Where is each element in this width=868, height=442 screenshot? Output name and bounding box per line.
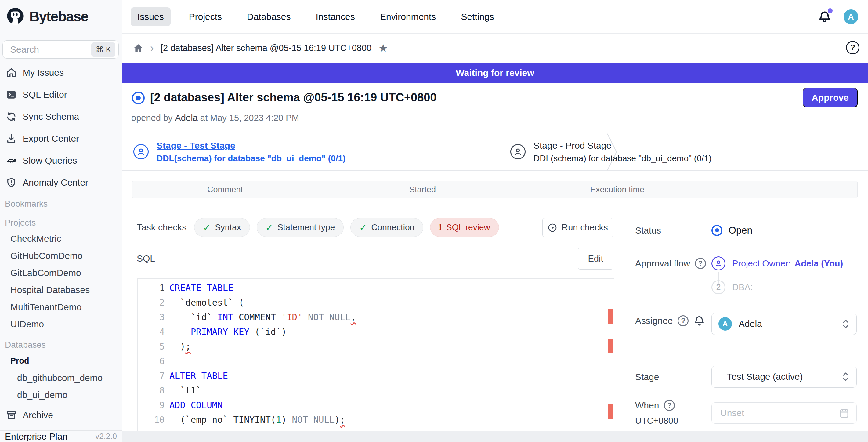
approval-flow-label-row: Approval flow ? bbox=[635, 258, 706, 269]
sidebar-project-multitenantdemo[interactable]: MultiTenantDemo bbox=[0, 298, 122, 316]
approval-help-icon[interactable]: ? bbox=[695, 258, 706, 269]
when-label-row: When ? bbox=[635, 400, 675, 411]
user-avatar[interactable]: A bbox=[844, 9, 858, 24]
issue-title: [2 databases] Alter schema @05-15 16:19 … bbox=[150, 91, 437, 104]
error-ruler-mark bbox=[608, 309, 613, 323]
tab-instances[interactable]: Instances bbox=[309, 7, 362, 26]
issue-author[interactable]: Adela bbox=[175, 113, 198, 123]
edit-sql-button[interactable]: Edit bbox=[578, 248, 614, 270]
sidebar-project-githubcomdemo[interactable]: GitHubComDemo bbox=[0, 247, 122, 264]
tab-databases[interactable]: Databases bbox=[240, 7, 297, 26]
select-stepper-icon bbox=[842, 319, 850, 329]
sidebar-item-slow-queries[interactable]: Slow Queries bbox=[0, 150, 122, 171]
stage-prod-stage[interactable]: Stage - Prod Stage DDL(schema) for datab… bbox=[510, 133, 711, 170]
sidebar-project-gitlabcomdemo[interactable]: GitLabComDemo bbox=[0, 264, 122, 281]
sidebar-item-anomaly-center[interactable]: Anomaly Center bbox=[0, 171, 122, 193]
assignee-label-row: Assignee ? bbox=[635, 315, 705, 327]
sidebar-footer: Enterprise Plan v2.2.0 bbox=[0, 431, 122, 442]
tab-issues[interactable]: Issues bbox=[131, 7, 170, 26]
when-label: When bbox=[635, 400, 659, 411]
approval-flow-label: Approval flow bbox=[635, 258, 690, 269]
tab-projects[interactable]: Projects bbox=[182, 7, 228, 26]
brand-name: Bytebase bbox=[29, 8, 88, 25]
check-pass-icon: ✓ bbox=[359, 222, 367, 233]
tab-settings[interactable]: Settings bbox=[454, 7, 500, 26]
bookmark-star-icon[interactable]: ★ bbox=[378, 42, 388, 55]
sidebar-item-sync-schema[interactable]: Sync Schema bbox=[0, 106, 122, 128]
code-line: 9ADD COLUMN bbox=[138, 398, 614, 412]
check-syntax[interactable]: ✓ Syntax bbox=[194, 218, 250, 237]
code-line: 8 `t1` bbox=[138, 383, 614, 398]
breadcrumb-home-icon[interactable] bbox=[133, 43, 144, 54]
content-bottom-strip bbox=[122, 431, 868, 442]
notifications-bell-icon[interactable] bbox=[818, 10, 831, 24]
approve-button[interactable]: Approve bbox=[803, 88, 858, 107]
assignee-notify-bell-icon[interactable] bbox=[693, 315, 705, 327]
at-word: at bbox=[200, 113, 208, 123]
bytebase-app: Bytebase ⌘ K My Issues bbox=[0, 0, 868, 442]
when-datetime-input[interactable]: Unset bbox=[711, 402, 857, 424]
sidebar-db-ui-demo[interactable]: db_ui_demo bbox=[0, 386, 122, 404]
check-statement-type[interactable]: ✓ Statement type bbox=[257, 218, 344, 237]
bytebase-logo-icon bbox=[5, 7, 25, 26]
issue-header: [2 databases] Alter schema @05-15 16:19 … bbox=[122, 83, 868, 133]
stage-test-name[interactable]: Stage - Test Stage bbox=[157, 140, 345, 151]
bytebase-logo[interactable]: Bytebase bbox=[5, 7, 88, 26]
play-circle-icon bbox=[548, 223, 557, 232]
search-input[interactable] bbox=[10, 44, 91, 55]
notification-dot bbox=[828, 8, 833, 13]
code-line: 1CREATE TABLE bbox=[138, 281, 614, 295]
calendar-icon bbox=[839, 408, 850, 418]
check-sql-review[interactable]: ! SQL review bbox=[430, 218, 499, 237]
approval-step-number: 2 bbox=[711, 280, 725, 294]
archive-icon bbox=[6, 410, 17, 420]
banner-text: Waiting for review bbox=[456, 68, 534, 78]
sidebar-environment-prod: Prod bbox=[0, 352, 122, 369]
stage-test-stage[interactable]: Stage - Test Stage DDL(schema) for datab… bbox=[133, 133, 345, 170]
error-ruler-mark bbox=[608, 339, 613, 353]
sidebar-project-uidemo[interactable]: UIDemo bbox=[0, 316, 122, 333]
issue-opened-time: May 15, 2023 4:20 PM bbox=[210, 113, 299, 123]
sidebar-project-hospital-databases[interactable]: Hospital Databases bbox=[0, 281, 122, 298]
breadcrumb-chevron: › bbox=[150, 42, 154, 55]
error-ruler-mark bbox=[608, 405, 613, 419]
stage-prod-task: DDL(schema) for database "db_ui_demo" (0… bbox=[533, 154, 711, 163]
sidebar-section-databases: Databases bbox=[0, 333, 122, 352]
sidebar-db-githubcom-demo[interactable]: db_githubcom_demo bbox=[0, 369, 122, 386]
plan-label: Enterprise Plan bbox=[5, 431, 67, 442]
top-bar-right: A bbox=[818, 0, 858, 34]
check-connection[interactable]: ✓ Connection bbox=[350, 218, 423, 237]
run-checks-button[interactable]: Run checks bbox=[542, 218, 613, 237]
column-comment: Comment bbox=[207, 185, 243, 194]
sidebar: Bytebase ⌘ K My Issues bbox=[0, 0, 122, 442]
assignee-help-icon[interactable]: ? bbox=[678, 315, 688, 326]
code-line: 2 `demotest` ( bbox=[138, 295, 614, 310]
stage-select[interactable]: Test Stage (active) bbox=[711, 366, 857, 388]
when-help-icon[interactable]: ? bbox=[664, 400, 675, 411]
stage-test-task[interactable]: DDL(schema) for database "db_ui_demo" (0… bbox=[157, 154, 345, 163]
assignee-avatar: A bbox=[718, 317, 732, 330]
sidebar-item-sql-editor[interactable]: SQL Editor bbox=[0, 84, 122, 106]
stage-label: Stage bbox=[635, 372, 659, 382]
sidebar-project-checkmetric[interactable]: CheckMetric bbox=[0, 230, 122, 247]
tab-environments[interactable]: Environments bbox=[373, 7, 442, 26]
column-started: Started bbox=[409, 185, 436, 194]
check-pass-icon: ✓ bbox=[266, 222, 273, 233]
assignee-select[interactable]: A Adela bbox=[711, 313, 857, 335]
sql-editor[interactable]: 1CREATE TABLE 2 `demotest` ( 3 `id` INT … bbox=[137, 278, 614, 432]
version-label: v2.2.0 bbox=[95, 432, 117, 441]
sidebar-item-archive[interactable]: Archive bbox=[0, 404, 122, 427]
sync-icon bbox=[6, 112, 17, 122]
column-execution-time: Execution time bbox=[590, 185, 644, 194]
when-placeholder: Unset bbox=[720, 408, 839, 418]
help-icon[interactable]: ? bbox=[846, 41, 860, 54]
home-icon bbox=[6, 67, 17, 78]
open-status-icon bbox=[711, 225, 722, 236]
approval-approver[interactable]: Adela (You) bbox=[795, 258, 843, 268]
approver-person-icon bbox=[711, 256, 725, 271]
issue-open-status-icon bbox=[132, 92, 145, 104]
sidebar-item-export-center[interactable]: Export Center bbox=[0, 128, 122, 150]
sidebar-item-my-issues[interactable]: My Issues bbox=[0, 62, 122, 84]
turtle-icon bbox=[6, 155, 17, 166]
search-box[interactable]: ⌘ K bbox=[2, 40, 119, 59]
